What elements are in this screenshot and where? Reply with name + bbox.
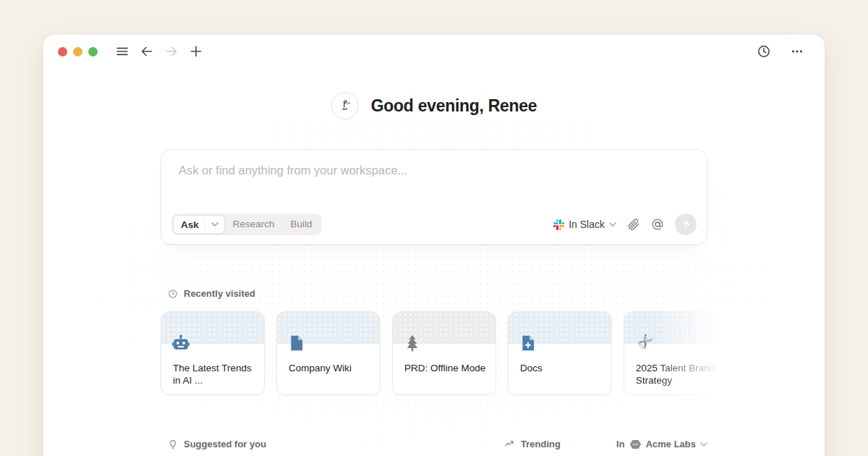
minimize-window-button[interactable]	[73, 47, 82, 56]
zoom-window-button[interactable]	[88, 47, 98, 56]
scope-label: In Slack	[569, 219, 605, 230]
card-title: The Latest Trends in AI ...	[173, 362, 255, 387]
chevron-down-icon	[609, 222, 616, 227]
recent-card-talent-brand-strategy[interactable]: 2025 Talent Brand Strategy	[624, 311, 728, 395]
document-plus-icon	[519, 334, 537, 352]
trending-header: Trending	[504, 439, 561, 449]
traffic-lights	[58, 47, 98, 56]
close-window-button[interactable]	[58, 47, 67, 56]
robot-icon	[171, 334, 190, 352]
trending-label: Trending	[521, 439, 561, 449]
bottom-sections: Suggested for you Trending In Acme Labs	[161, 437, 707, 456]
recently-visited-label: Recently visited	[184, 288, 255, 299]
ask-input[interactable]	[161, 150, 707, 200]
workspace-filter-dropdown[interactable]: In Acme Labs	[616, 439, 707, 449]
forward-arrow-icon[interactable]	[161, 41, 182, 62]
composer-actions: In Slack	[553, 214, 697, 235]
lightbulb-icon	[168, 439, 178, 449]
recently-visited-header: Recently visited	[168, 288, 255, 299]
recently-visited-cards: The Latest Trends in AI ... Company Wiki	[161, 311, 728, 395]
suggested-for-you-header: Suggested for you	[168, 439, 266, 449]
greeting: Good evening, Renee	[331, 92, 537, 119]
recent-card-prd-offline-mode[interactable]: PRD: Offline Mode	[392, 311, 496, 395]
acme-labs-logo-icon	[629, 439, 642, 449]
document-icon	[287, 334, 306, 352]
card-title: 2025 Talent Brand Strategy	[636, 362, 718, 387]
mode-ask-button[interactable]: Ask	[173, 215, 225, 234]
back-arrow-icon[interactable]	[137, 41, 157, 62]
chevron-down-icon	[700, 442, 707, 447]
background-dot-pattern	[87, 85, 781, 455]
slack-icon	[553, 219, 564, 230]
mode-build-button[interactable]: Build	[283, 215, 320, 234]
history-clock-icon[interactable]	[754, 41, 774, 62]
chevron-down-icon[interactable]	[205, 222, 224, 227]
plus-icon[interactable]	[186, 41, 206, 62]
workspace-name: Acme Labs	[646, 439, 696, 449]
suggested-for-you-label: Suggested for you	[184, 439, 266, 449]
recent-card-latest-trends[interactable]: The Latest Trends in AI ...	[161, 311, 265, 395]
mention-at-icon[interactable]	[651, 218, 664, 231]
clock-icon	[168, 289, 178, 299]
notion-ai-face-icon	[331, 92, 359, 119]
card-title: PRD: Offline Mode	[404, 362, 487, 374]
app-window: Good evening, Renee Ask Research Build	[43, 35, 825, 456]
greeting-title: Good evening, Renee	[371, 96, 537, 116]
more-ellipsis-icon[interactable]	[787, 41, 807, 62]
recent-card-docs[interactable]: Docs	[508, 311, 612, 395]
workspace-filter-prefix: In	[616, 439, 625, 449]
mode-ask-label: Ask	[174, 219, 205, 230]
menu-icon[interactable]	[112, 41, 132, 62]
mode-switcher: Ask Research Build	[171, 214, 322, 235]
ask-composer: Ask Research Build	[161, 149, 707, 245]
attach-paperclip-icon[interactable]	[627, 218, 640, 231]
card-title: Docs	[520, 362, 603, 374]
tree-icon	[403, 334, 422, 352]
trending-up-icon	[504, 439, 515, 449]
composer-footer: Ask Research Build	[171, 214, 697, 235]
card-title: Company Wiki	[289, 362, 371, 374]
scope-in-slack-button[interactable]: In Slack	[553, 219, 616, 230]
recent-card-company-wiki[interactable]: Company Wiki	[276, 311, 380, 395]
submit-arrow-up-button[interactable]	[675, 214, 697, 235]
mode-research-button[interactable]: Research	[225, 215, 283, 234]
window-toolbar	[43, 35, 825, 68]
